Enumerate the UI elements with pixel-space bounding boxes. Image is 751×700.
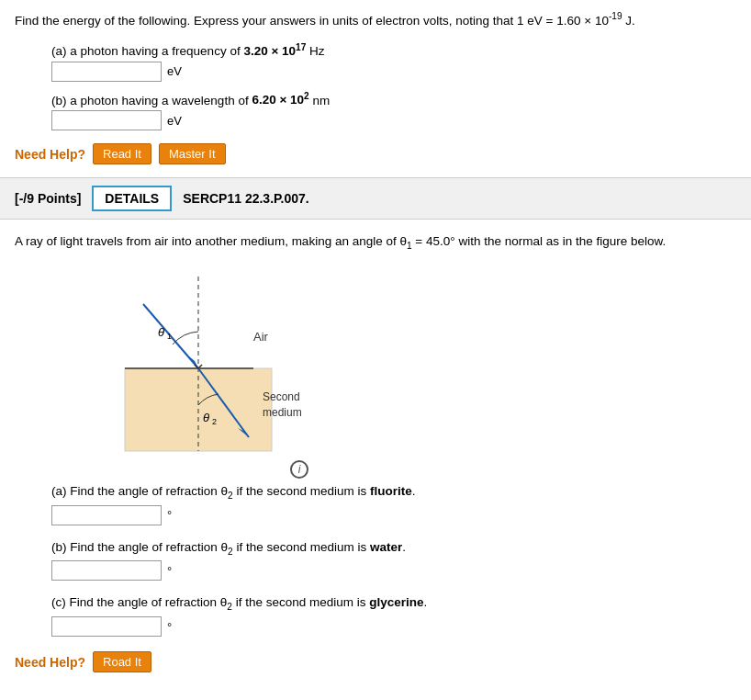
main-part-b-unit: ° <box>167 564 172 578</box>
top-help-row: Need Help? Read It Master It <box>15 143 736 164</box>
top-need-help-label: Need Help? <box>15 147 85 162</box>
figure-container: θ 1 θ 2 Air Second medium i <box>70 267 736 469</box>
main-problem-statement: A ray of light travels from air into ano… <box>15 232 736 253</box>
svg-text:θ: θ <box>203 411 209 424</box>
main-part-c-unit: ° <box>167 620 172 634</box>
part-a-section: (a) a photon having a frequency of 3.20 … <box>51 41 736 82</box>
main-part-b-section: (b) Find the angle of refraction θ2 if t… <box>51 540 736 581</box>
svg-text:θ: θ <box>158 325 164 339</box>
points-label: [-/9 Points] <box>15 191 81 206</box>
main-section: A ray of light travels from air into ano… <box>0 220 751 700</box>
main-part-c-label: (c) Find the angle of refraction θ2 if t… <box>51 595 736 612</box>
svg-text:Second: Second <box>263 390 300 403</box>
bottom-read-it-button[interactable]: Road It <box>93 651 151 672</box>
part-b-label: (b) a photon having a wavelength of 6.20… <box>51 91 736 107</box>
top-problem-section: Find the energy of the following. Expres… <box>0 0 751 178</box>
problem-instruction: Find the energy of the following. Expres… <box>15 9 736 30</box>
main-part-b-label: (b) Find the angle of refraction θ2 if t… <box>51 540 736 557</box>
bottom-need-help-label: Need Help? <box>15 655 85 670</box>
svg-text:Air: Air <box>253 330 269 344</box>
main-part-a-section: (a) Find the angle of refraction θ2 if t… <box>51 484 736 525</box>
svg-text:1: 1 <box>167 332 172 341</box>
diagram-svg: θ 1 θ 2 Air Second medium <box>70 267 327 469</box>
main-part-b-input[interactable] <box>51 560 162 581</box>
info-icon[interactable]: i <box>290 460 308 479</box>
part-b-unit: eV <box>167 114 182 128</box>
main-part-c-input[interactable] <box>51 616 162 637</box>
top-read-it-button[interactable]: Read It <box>93 143 151 164</box>
main-part-c-section: (c) Find the angle of refraction θ2 if t… <box>51 595 736 637</box>
part-b-section: (b) a photon having a wavelength of 6.20… <box>51 91 736 131</box>
figure-wrapper: θ 1 θ 2 Air Second medium i <box>70 267 327 469</box>
part-a-input[interactable] <box>51 62 162 82</box>
details-section: [-/9 Points] DETAILS SERCP11 22.3.P.007. <box>0 178 751 220</box>
details-badge: DETAILS <box>92 186 172 211</box>
svg-text:2: 2 <box>212 417 217 426</box>
bottom-help-row: Need Help? Road It <box>15 651 736 687</box>
svg-text:medium: medium <box>263 406 302 419</box>
main-part-a-label: (a) Find the angle of refraction θ2 if t… <box>51 484 736 501</box>
top-master-it-button[interactable]: Master It <box>159 143 226 164</box>
part-b-input[interactable] <box>51 110 162 130</box>
main-part-a-input[interactable] <box>51 505 162 525</box>
part-a-unit: eV <box>167 64 182 78</box>
problem-id: SERCP11 22.3.P.007. <box>183 191 309 206</box>
part-a-label: (a) a photon having a frequency of 3.20 … <box>51 41 736 58</box>
main-part-a-unit: ° <box>167 508 172 522</box>
